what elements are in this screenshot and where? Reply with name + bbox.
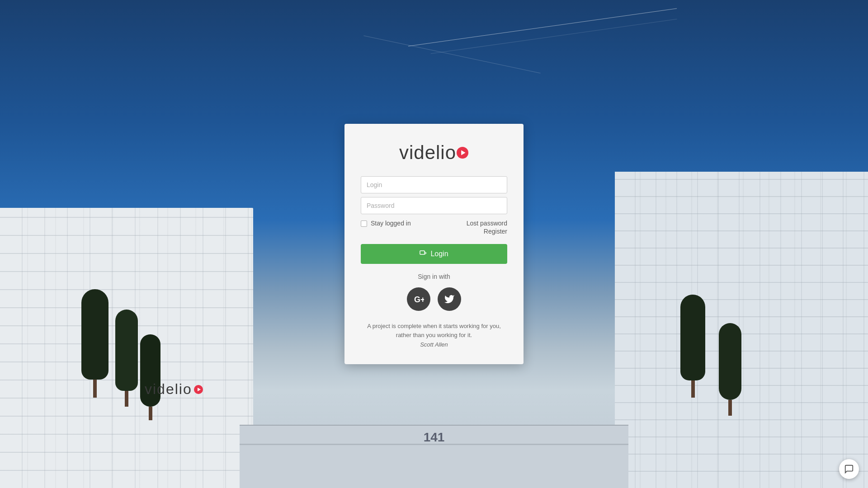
remember-right: Lost password Register	[467, 220, 507, 235]
password-field-group	[361, 197, 507, 214]
remember-checkbox[interactable]	[361, 221, 367, 227]
login-button[interactable]: Login	[361, 244, 507, 264]
lost-password-link[interactable]: Lost password	[467, 220, 507, 227]
logo-container: videlio	[361, 142, 507, 164]
logo-play-icon	[456, 146, 469, 159]
social-buttons: G+	[361, 287, 507, 311]
remember-row: Stay logged in Lost password Register	[361, 220, 507, 235]
login-modal: videlio Stay logged in	[344, 124, 524, 364]
password-input[interactable]	[361, 197, 507, 214]
quote-text: A project is complete when it starts wor…	[361, 322, 507, 339]
chat-icon	[844, 464, 854, 474]
login-input[interactable]	[361, 176, 507, 193]
login-button-icon	[420, 249, 427, 258]
google-signin-button[interactable]: G+	[407, 287, 430, 311]
logo-text: videlio	[399, 142, 456, 164]
svg-rect-4	[420, 251, 425, 254]
logo: videlio	[399, 142, 469, 164]
register-link[interactable]: Register	[467, 228, 507, 235]
modal-overlay: videlio Stay logged in	[0, 0, 868, 488]
svg-text:G+: G+	[414, 295, 424, 304]
quote-author: Scott Allen	[361, 341, 507, 348]
twitter-signin-button[interactable]	[438, 287, 461, 311]
login-button-label: Login	[430, 250, 448, 258]
remember-left: Stay logged in	[361, 220, 411, 227]
google-icon: G+	[413, 294, 424, 305]
twitter-icon	[444, 294, 455, 305]
chat-widget[interactable]	[839, 459, 859, 479]
remember-label[interactable]: Stay logged in	[371, 220, 411, 227]
login-field-group	[361, 176, 507, 193]
sign-in-with-label: Sign in with	[361, 273, 507, 280]
